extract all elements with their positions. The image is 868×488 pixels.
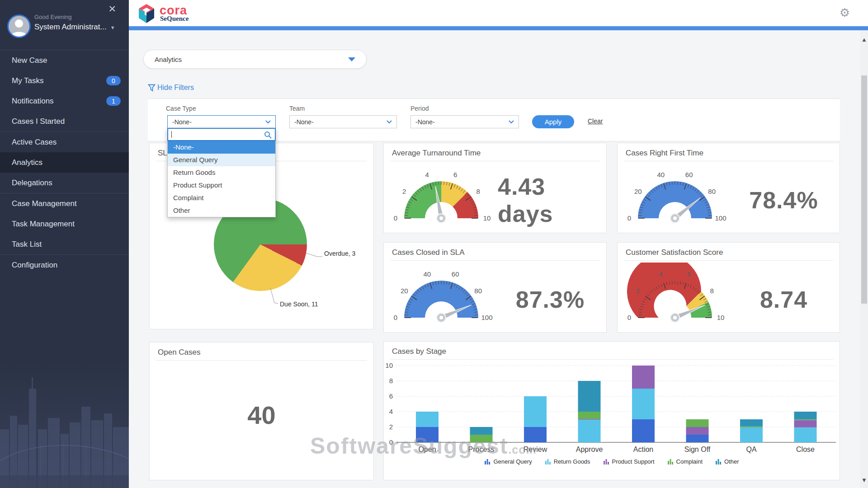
sidebar-item-label: Task List	[12, 240, 42, 249]
svg-text:4: 4	[389, 408, 393, 415]
sidebar-item-label: Cases I Started	[12, 117, 65, 126]
svg-text:60: 60	[452, 270, 459, 278]
dropdown-option[interactable]: Product Support	[168, 179, 275, 192]
avg-turnaround-gauge: 0246810	[385, 163, 498, 230]
legend-item[interactable]: Product Support	[603, 458, 655, 465]
svg-text:6: 6	[389, 392, 393, 400]
sidebar-item-notifications[interactable]: Notifications1	[0, 91, 129, 111]
svg-text:Close: Close	[796, 446, 815, 453]
legend-bar-icon	[484, 458, 491, 465]
text-cursor	[171, 131, 172, 138]
legend-label: Product Support	[612, 458, 655, 465]
legend-bar-icon	[603, 458, 610, 465]
dropdown-search	[167, 128, 276, 141]
pie-label-due-soon: Due Soon, 11	[280, 300, 318, 308]
filter-funnel-icon	[148, 84, 156, 92]
satisfaction-card: Customer Satisfaction Score 0246810 8.74	[617, 242, 840, 333]
svg-text:8: 8	[389, 377, 393, 385]
hide-filters-toggle[interactable]: Hide Filters	[148, 84, 194, 92]
case-type-select[interactable]: -None-	[167, 115, 276, 128]
apply-button[interactable]: Apply	[532, 115, 574, 128]
dropdown-option[interactable]: Other	[168, 204, 275, 217]
satisfaction-gauge: 0246810	[618, 263, 731, 329]
sidebar-item-task-list[interactable]: Task List	[0, 234, 129, 254]
period-label: Period	[410, 105, 429, 112]
legend-item[interactable]: Complaint	[667, 458, 703, 465]
cases-by-stage-card: Cases by Stage 0246810OpenProcessReviewA…	[383, 341, 840, 480]
scrollbar-thumb[interactable]	[861, 75, 867, 304]
legend-item[interactable]: Other	[715, 458, 739, 465]
legend-label: Return Goods	[554, 458, 590, 465]
dropdown-option[interactable]: -None-	[168, 141, 275, 154]
svg-text:60: 60	[685, 171, 693, 178]
city-skyline-image	[0, 361, 129, 488]
sidebar-item-configuration[interactable]: Configuration	[0, 255, 129, 275]
svg-text:4: 4	[659, 270, 663, 278]
card-title: Cases Right First Time	[624, 143, 833, 161]
case-type-options: -None-General QueryReturn GoodsProduct S…	[168, 141, 275, 217]
scroll-down-icon[interactable]: ▼	[860, 474, 868, 486]
clear-link[interactable]: Clear	[588, 117, 603, 125]
dropdown-option[interactable]: General Query	[168, 154, 275, 166]
legend-bar-icon	[545, 458, 552, 465]
svg-text:8: 8	[476, 188, 480, 195]
sidebar-nav: New CaseMy Tasks0Notifications1Cases I S…	[0, 50, 129, 275]
pie-label-overdue: Overdue, 3	[324, 250, 355, 257]
svg-text:2: 2	[636, 287, 640, 295]
period-select[interactable]: -None-	[410, 115, 519, 128]
sidebar-item-case-management[interactable]: Case Management	[0, 193, 129, 214]
settings-gear-icon[interactable]: ⚙	[840, 6, 850, 20]
svg-text:80: 80	[474, 287, 482, 295]
svg-text:0: 0	[627, 214, 631, 222]
view-selector-dropdown[interactable]: Analytics	[143, 50, 367, 69]
svg-text:6: 6	[453, 171, 457, 178]
sidebar-item-my-tasks[interactable]: My Tasks0	[0, 70, 129, 91]
top-header: cora SeQuence ⚙	[129, 0, 868, 26]
sidebar-item-delegations[interactable]: Delegations	[0, 173, 129, 193]
chevron-down-icon: ▼	[110, 25, 115, 30]
person-icon	[9, 16, 29, 37]
team-value: -None-	[294, 118, 314, 126]
legend-label: General Query	[493, 458, 532, 465]
sidebar-item-label: Task Management	[12, 220, 75, 229]
team-select[interactable]: -None-	[289, 115, 397, 128]
dropdown-option[interactable]: Return Goods	[168, 166, 275, 179]
sidebar-item-label: Analytics	[12, 158, 42, 167]
case-type-dropdown-panel: -None-General QueryReturn GoodsProduct S…	[167, 128, 276, 217]
user-menu[interactable]: System Administrat...▼	[34, 23, 115, 32]
sidebar-item-analytics[interactable]: Analytics	[0, 152, 129, 173]
sidebar-item-active-cases[interactable]: Active Cases	[0, 132, 129, 152]
svg-text:20: 20	[401, 287, 408, 295]
sidebar-item-label: Configuration	[12, 261, 57, 270]
sidebar-item-cases-i-started[interactable]: Cases I Started	[0, 111, 129, 131]
chevron-down-icon	[387, 120, 392, 124]
card-title: Cases by Stage	[390, 342, 833, 360]
avatar[interactable]	[7, 14, 31, 38]
sidebar-item-new-case[interactable]: New Case	[0, 50, 129, 70]
sidebar-item-label: Active Cases	[12, 138, 57, 147]
svg-text:Review: Review	[524, 446, 547, 453]
chevron-down-icon	[348, 57, 355, 61]
legend-item[interactable]: General Query	[484, 458, 532, 465]
sidebar-item-label: Notifications	[12, 97, 54, 106]
svg-text:40: 40	[423, 270, 431, 278]
closed-in-sla-gauge: 020406080100	[385, 263, 498, 329]
svg-text:100: 100	[715, 214, 726, 222]
avg-turnaround-value: 4.43 days	[498, 167, 603, 234]
closed-in-sla-value: 87.3%	[498, 266, 603, 333]
search-icon	[264, 131, 272, 139]
header-accent-bar	[129, 26, 868, 30]
svg-text:10: 10	[717, 314, 725, 321]
svg-text:100: 100	[481, 314, 492, 321]
team-label: Team	[289, 105, 305, 112]
scroll-up-icon[interactable]: ▲	[860, 33, 868, 46]
dropdown-option[interactable]: Complaint	[168, 192, 275, 204]
svg-text:Process: Process	[468, 446, 495, 453]
close-icon[interactable]: ✕	[108, 4, 116, 14]
sidebar-item-task-management[interactable]: Task Management	[0, 214, 129, 234]
vertical-scrollbar[interactable]: ▲ ▼	[860, 30, 868, 488]
legend-item[interactable]: Return Goods	[545, 458, 590, 465]
svg-text:0: 0	[394, 214, 397, 222]
dropdown-search-input[interactable]	[168, 129, 275, 140]
period-value: -None-	[415, 118, 435, 126]
